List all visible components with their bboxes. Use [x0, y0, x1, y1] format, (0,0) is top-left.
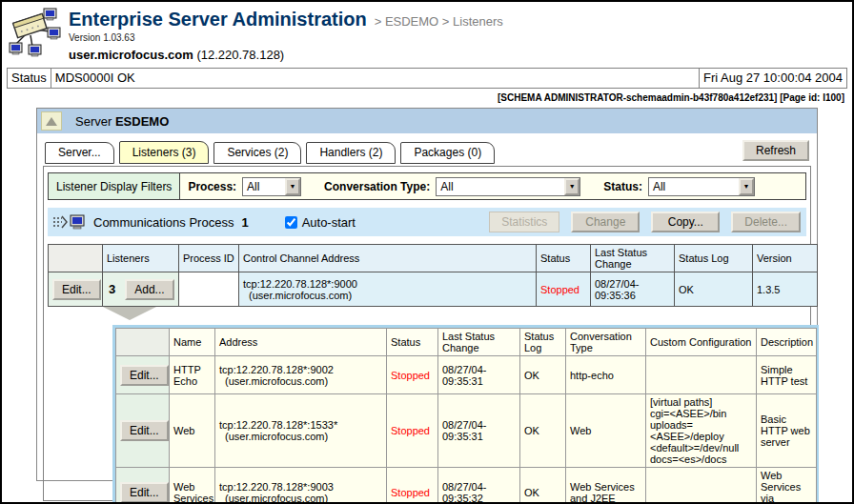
collapse-button[interactable] — [41, 111, 62, 131]
last-status-change-cell: 08/27/04-09:35:31 — [438, 394, 520, 468]
process-filter-label: Process: — [188, 180, 236, 193]
server-title: Server ESDEMO — [75, 114, 169, 129]
name-cell: HTTP Echo — [170, 356, 215, 394]
process-id-cell — [179, 272, 239, 307]
status-cell: Stopped — [387, 468, 438, 504]
column-header: Control Channel Address — [239, 245, 537, 272]
expand-arrow-icon — [103, 307, 156, 321]
conversation-type-filter-select[interactable]: All ▼ — [436, 177, 580, 196]
address-cell: tcp:12.220.78.128*:9002 (user.microfocus… — [215, 356, 387, 394]
column-header: Name — [170, 329, 215, 356]
last-status-change-cell: 08/27/04-09:35:36 — [591, 272, 675, 307]
column-header — [116, 329, 170, 356]
chevron-down-icon[interactable]: ▼ — [285, 178, 300, 195]
column-header: Custom Configuration — [646, 329, 757, 356]
tab-packages[interactable]: Packages (0) — [400, 142, 495, 164]
listener-count: 3 — [107, 282, 115, 296]
refresh-button[interactable]: Refresh — [742, 140, 809, 161]
change-button[interactable]: Change — [571, 212, 640, 232]
tab-listeners[interactable]: Listeners (3) — [119, 141, 210, 164]
address-cell: tcp:12.220.78.128*:9003 (user.microfocus… — [215, 468, 387, 504]
column-header — [49, 245, 103, 272]
filters-title: Listener Display Filters — [49, 173, 180, 199]
listeners-summary-table: Listeners Process ID Control Channel Add… — [48, 244, 818, 307]
column-header: Last Status Change — [591, 245, 675, 272]
copy-button[interactable]: Copy... — [651, 212, 720, 232]
network-logo-icon — [8, 7, 63, 60]
last-status-change-cell: 08/27/04-09:35:31 — [438, 356, 520, 394]
tab-services[interactable]: Services (2) — [214, 142, 301, 164]
column-header: Last Status Change — [438, 329, 520, 356]
column-header: Description — [757, 329, 817, 356]
table-row: Edit... Web tcp:12.220.78.128*:1533* (us… — [116, 394, 817, 468]
detail-header-row: Name Address Status Last Status Change S… — [116, 329, 817, 356]
name-cell: Web — [170, 394, 215, 468]
address-cell: tcp:12.220.78.128*:1533* (user.microfocu… — [215, 394, 387, 468]
column-header: Status Log — [520, 329, 566, 356]
statistics-button: Statistics — [489, 212, 559, 232]
column-header: Status — [387, 329, 438, 356]
page-header: Enterprise Server Administration > ESDEM… — [2, 2, 852, 64]
communications-process-bar: Communications Process 1 Auto-start Stat… — [48, 208, 806, 236]
pc-icon — [29, 45, 41, 56]
custom-configuration-cell — [646, 356, 757, 394]
status-message: MDS0000I OK — [51, 69, 700, 88]
description-cell: Simple HTTP test — [757, 356, 817, 394]
server-name: ESDEMO — [115, 114, 169, 129]
conversation-type-cell: Web Services and J2EE — [566, 468, 646, 504]
description-cell: Basic HTTP web server — [757, 394, 817, 468]
status-cell: Stopped — [387, 394, 438, 468]
column-header: Status — [537, 245, 591, 272]
name-cell: Web Services — [170, 468, 215, 504]
delete-button[interactable]: Delete... — [731, 212, 801, 232]
filters-body: Process: All ▼ Conversation Type: All ▼ … — [180, 173, 805, 199]
status-filter-label: Status: — [603, 180, 642, 193]
status-cell: Stopped — [537, 272, 591, 307]
communications-process-number: 1 — [241, 215, 248, 230]
table-row: Edit... Web Services tcp:12.220.78.128*:… — [116, 468, 817, 504]
edit-listener-button[interactable]: Edit... — [120, 365, 169, 386]
conversation-type-cell: http-echo — [566, 356, 646, 394]
hostname: user.microfocus.com — [69, 48, 193, 62]
conversation-type-filter-label: Conversation Type: — [324, 180, 430, 193]
column-header: Version — [753, 245, 818, 272]
column-header: Status Log — [675, 245, 753, 272]
tab-server[interactable]: Server... — [45, 142, 114, 164]
status-filter-select[interactable]: All ▼ — [648, 177, 755, 196]
description-cell: Web Services via HTTP/SOAP — [757, 468, 817, 504]
status-log-cell: OK — [520, 394, 566, 468]
status-log-cell: OK — [520, 468, 566, 504]
control-channel-address-cell: tcp:12.220.78.128*:9000 (user.microfocus… — [239, 272, 537, 307]
status-log-cell: OK — [675, 272, 753, 307]
edit-listeners-button[interactable]: Edit... — [52, 279, 101, 300]
listener-filters: Listener Display Filters Process: All ▼ … — [48, 172, 806, 200]
communications-process-icon — [53, 214, 86, 230]
status-label: Status — [8, 69, 51, 88]
status-filter-value: All — [649, 180, 739, 193]
status-timestamp: Fri Aug 27 10:00:04 2004 — [700, 69, 846, 88]
server-title-prefix: Server — [75, 114, 112, 129]
edit-listener-button[interactable]: Edit... — [120, 482, 169, 503]
chevron-down-icon[interactable]: ▼ — [739, 178, 754, 195]
server-panel: Server ESDEMO Server... Listeners (3) Se… — [36, 108, 818, 481]
listener-detail-panel: Name Address Status Last Status Change S… — [112, 325, 819, 504]
triangle-up-icon — [46, 117, 57, 126]
conversation-type-cell: Web — [566, 394, 646, 468]
conversation-type-filter-value: All — [437, 180, 564, 193]
listener-detail-table: Name Address Status Last Status Change S… — [115, 328, 817, 504]
table-row: Edit... HTTP Echo tcp:12.220.78.128*:900… — [116, 356, 817, 394]
breadcrumb[interactable]: > ESDEMO > Listeners — [375, 14, 503, 29]
auto-start-checkbox[interactable] — [285, 216, 297, 229]
custom-configuration-cell: [virtual paths] cgi=<ASEE>/bin uploads=<… — [646, 394, 757, 468]
column-header: Listeners — [103, 245, 179, 272]
page-title: Enterprise Server Administration — [69, 9, 367, 30]
tab-handlers[interactable]: Handlers (2) — [306, 142, 396, 164]
custom-configuration-cell — [646, 468, 757, 504]
pc-icon — [48, 28, 60, 39]
tab-content: Listener Display Filters Process: All ▼ … — [43, 166, 811, 501]
edit-listener-button[interactable]: Edit... — [120, 420, 169, 441]
chevron-down-icon[interactable]: ▼ — [564, 178, 580, 195]
add-listener-button[interactable]: Add... — [125, 279, 173, 300]
process-filter-select[interactable]: All ▼ — [242, 177, 301, 196]
host-ip: (12.220.78.128) — [196, 48, 284, 62]
